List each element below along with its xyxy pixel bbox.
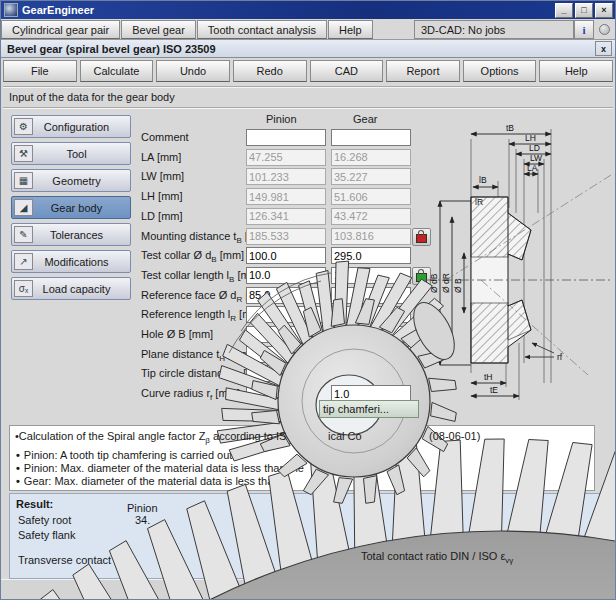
dim-label-LA: LA <box>527 163 538 173</box>
gearengineer-window: GearEngineer _□× Cylindrical gear pairBe… <box>0 0 616 600</box>
result-row-label: Safety root <box>18 514 71 526</box>
result-column-header: Pinion <box>127 502 158 514</box>
cad-status: 3D-CAD: No jobs <box>414 20 574 39</box>
lh-mm-gear-field[interactable] <box>331 188 411 205</box>
sidebar-item-tool[interactable]: ⚒Tool <box>11 142 131 165</box>
sidebar-item-configuration[interactable]: ⚙Configuration <box>11 115 131 138</box>
redo-button[interactable]: Redo <box>233 60 307 82</box>
reference-length-lr-mm-gear-field[interactable] <box>331 306 411 323</box>
ld-mm-pinion-field[interactable] <box>246 208 326 225</box>
dim-label-lR: lR <box>475 197 483 207</box>
comment-gear-field[interactable] <box>331 129 411 146</box>
gear-body-icon: ◢ <box>14 199 33 216</box>
file-button[interactable]: File <box>3 60 77 82</box>
info-button[interactable]: i <box>574 20 594 39</box>
result-panel: Result:PinionSafety root34.Safety flankT… <box>9 493 611 579</box>
hole-ø-b-mm-pinion-field[interactable] <box>246 326 326 343</box>
ld-mm-gear-field[interactable] <box>331 208 411 225</box>
tip-circle-distance-te-mm-pinion-field[interactable] <box>246 365 326 382</box>
maximize-button[interactable]: □ <box>575 3 593 18</box>
transverse-contact-ratio-label: Transverse contact ratio <box>18 554 136 566</box>
sidebar-item-label: Load capacity <box>37 283 130 295</box>
reference-length-lr-mm-pinion-field[interactable] <box>246 306 326 323</box>
sidebar-item-tolerances[interactable]: ✎Tolerances <box>11 223 131 246</box>
lw-mm-gear-field[interactable] <box>331 168 411 185</box>
calculate-button[interactable]: Calculate <box>80 60 154 82</box>
message-line: •Pinion: Max. diameter of the material d… <box>16 462 304 474</box>
result-row-value: 34. <box>135 514 150 526</box>
sidebar-item-load-capacity[interactable]: σₓLoad capacity <box>11 277 131 300</box>
form-label: Curve radius rf [mm] <box>141 387 240 402</box>
form-label: Test collar length lB [mm] <box>141 269 262 284</box>
test-collar-ø-db-mm-pinion-field[interactable] <box>246 247 326 264</box>
titlebar[interactable]: GearEngineer _□× <box>1 1 615 19</box>
sidebar-item-geometry[interactable]: ▦Geometry <box>11 169 131 192</box>
plane-distance-th-mm-gear-field[interactable] <box>331 346 411 363</box>
status-strip <box>1 579 615 600</box>
status-led-icon <box>599 24 610 35</box>
cad-button[interactable]: CAD <box>310 60 384 82</box>
lw-mm-pinion-field[interactable] <box>246 168 326 185</box>
gear-body-dimension-drawing: tB LH LD LW LA lB lR Ø dB Ø dR Ø B tH tE… <box>426 113 613 419</box>
mounting-distance-tb-mm-gear-field[interactable] <box>331 228 411 245</box>
message-line: •Gear: Max. diameter of the material dat… <box>16 475 273 487</box>
test-collar-length-lb-mm-pinion-field[interactable] <box>246 267 326 284</box>
modifications-icon: ↗ <box>14 253 33 270</box>
lh-mm-pinion-field[interactable] <box>246 188 326 205</box>
dim-label-OB: Ø B <box>453 278 463 293</box>
la-mm-pinion-field[interactable] <box>246 149 326 166</box>
sidebar-item-gear-body[interactable]: ◢Gear body <box>11 196 131 219</box>
tolerances-icon: ✎ <box>14 226 33 243</box>
sidebar-item-label: Gear body <box>37 202 130 214</box>
form-label: LA [mm] <box>141 151 181 163</box>
window-title: GearEngineer <box>22 4 94 16</box>
form-label: Comment <box>141 131 189 143</box>
sidebar-item-label: Configuration <box>37 121 130 133</box>
form-label: Plane distance tH [mm] <box>141 348 253 363</box>
menu-item-help[interactable]: Help <box>328 20 373 39</box>
plane-distance-th-mm-pinion-field[interactable] <box>246 346 326 363</box>
curve-radius-rf-mm-pinion-field[interactable] <box>246 385 326 402</box>
close-button[interactable]: × <box>595 3 613 18</box>
dim-label-tH: tH <box>484 372 493 382</box>
menu-item-bevel-gear[interactable]: Bevel gear <box>121 20 196 39</box>
la-mm-gear-field[interactable] <box>331 149 411 166</box>
geometry-icon: ▦ <box>14 172 33 189</box>
reference-face-ø-dr-mm-pinion-field[interactable] <box>246 287 326 304</box>
test-collar-length-lb-mm-gear-field[interactable] <box>331 267 411 284</box>
help-button[interactable]: Help <box>539 60 613 82</box>
message-fragment: •Calculation of the Spiral angle factor … <box>15 430 286 445</box>
options-button[interactable]: Options <box>463 60 537 82</box>
comment-pinion-field[interactable] <box>246 129 326 146</box>
report-button[interactable]: Report <box>386 60 460 82</box>
reference-face-ø-dr-mm-gear-field[interactable] <box>331 287 411 304</box>
dim-label-OdR: Ø dR <box>441 273 451 293</box>
toolbar: FileCalculateUndoRedoCADReportOptionsHel… <box>3 60 613 82</box>
sidebar-item-label: Tolerances <box>37 229 130 241</box>
close-document-button[interactable]: x <box>595 41 612 56</box>
load-capacity-icon: σₓ <box>14 280 33 297</box>
form-label: LH [mm] <box>141 190 183 202</box>
menubar: Cylindrical gear pairBevel gearTooth con… <box>1 20 615 40</box>
form-label: LW [mm] <box>141 170 184 182</box>
dim-label-lB: lB <box>479 175 487 185</box>
message-fragment: (08-06-01) <box>429 430 480 442</box>
hole-ø-b-mm-gear-field[interactable] <box>331 326 411 343</box>
message-line: •Pinion: A tooth tip chamfering is carri… <box>16 449 235 461</box>
dim-label-OdB: Ø dB <box>429 273 439 293</box>
minimize-button[interactable]: _ <box>555 3 573 18</box>
test-collar-ø-db-mm-gear-field[interactable] <box>331 247 411 264</box>
menu-item-cylindrical-gear-pair[interactable]: Cylindrical gear pair <box>1 20 120 39</box>
sidebar-item-modifications[interactable]: ↗Modifications <box>11 250 131 273</box>
dim-label-tB: tB <box>506 123 514 133</box>
form-label: LD [mm] <box>141 210 183 222</box>
dim-label-tE: tE <box>490 385 498 395</box>
menu-item-tooth-contact-analysis[interactable]: Tooth contact analysis <box>197 20 327 39</box>
tip-chamfer-select[interactable]: tip chamferi... <box>319 400 419 418</box>
sidebar-item-label: Tool <box>37 148 130 160</box>
sidebar-item-label: Modifications <box>37 256 130 268</box>
tip-circle-distance-te-mm-gear-field[interactable] <box>331 365 411 382</box>
mounting-distance-tb-mm-pinion-field[interactable] <box>246 228 326 245</box>
undo-button[interactable]: Undo <box>156 60 230 82</box>
document-bar: Bevel gear (spiral bevel gear) ISO 23509… <box>1 40 615 58</box>
